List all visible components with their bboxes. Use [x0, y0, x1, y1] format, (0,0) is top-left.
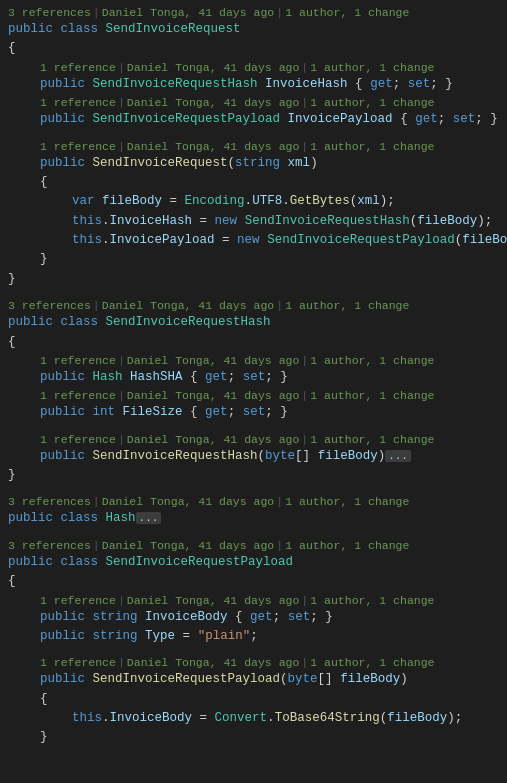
block-4-prop1-meta[interactable]: 1 reference | Daniel Tonga, 41 days ago … [0, 592, 507, 608]
block-2-ctor-meta[interactable]: 1 reference | Daniel Tonga, 41 days ago … [0, 431, 507, 447]
code-line: public SendInvoiceRequestPayload Invoice… [0, 110, 507, 129]
author-date: Daniel Tonga, 41 days ago [127, 389, 300, 402]
ref-count[interactable]: 1 reference [40, 96, 116, 109]
change-info: 1 author, 1 change [310, 594, 434, 607]
ellipsis-button[interactable]: ... [136, 512, 162, 524]
block-4-ctor-meta[interactable]: 1 reference | Daniel Tonga, 41 days ago … [0, 654, 507, 670]
change-info: 1 author, 1 change [285, 6, 409, 19]
block-1-meta[interactable]: 3 references | Daniel Tonga, 41 days ago… [0, 4, 507, 20]
code-line: this.InvoiceBody = Convert.ToBase64Strin… [0, 709, 507, 728]
block-2-meta[interactable]: 3 references | Daniel Tonga, 41 days ago… [0, 297, 507, 313]
author-date: Daniel Tonga, 41 days ago [127, 656, 300, 669]
change-info: 1 author, 1 change [310, 656, 434, 669]
code-line: public SendInvoiceRequestPayload(byte[] … [0, 670, 507, 689]
code-line: } [0, 270, 507, 289]
block-3: 3 references | Daniel Tonga, 41 days ago… [0, 493, 507, 528]
author-date: Daniel Tonga, 41 days ago [127, 594, 300, 607]
code-line: } [0, 250, 507, 269]
code-editor: 3 references | Daniel Tonga, 41 days ago… [0, 0, 507, 752]
ellipsis-button[interactable]: ... [385, 450, 411, 462]
change-info: 1 author, 1 change [310, 140, 434, 153]
change-info: 1 author, 1 change [310, 433, 434, 446]
ref-count[interactable]: 3 references [8, 6, 91, 19]
ref-count[interactable]: 1 reference [40, 389, 116, 402]
block-1-ctor-meta[interactable]: 1 reference | Daniel Tonga, 41 days ago … [0, 138, 507, 154]
code-line: } [0, 728, 507, 747]
change-info: 1 author, 1 change [310, 389, 434, 402]
author-date: Daniel Tonga, 41 days ago [127, 61, 300, 74]
ref-count[interactable]: 3 references [8, 495, 91, 508]
code-line: public class SendInvoiceRequest [0, 20, 507, 39]
code-line: public class SendInvoiceRequestPayload [0, 553, 507, 572]
author-date: Daniel Tonga, 41 days ago [102, 539, 275, 552]
author-date: Daniel Tonga, 41 days ago [127, 433, 300, 446]
code-line: { [0, 572, 507, 591]
ref-count[interactable]: 1 reference [40, 594, 116, 607]
change-info: 1 author, 1 change [285, 495, 409, 508]
block-1: 3 references | Daniel Tonga, 41 days ago… [0, 4, 507, 289]
code-line: public class SendInvoiceRequestHash [0, 313, 507, 332]
code-line: this.InvoiceHash = new SendInvoiceReques… [0, 212, 507, 231]
ref-count[interactable]: 3 references [8, 539, 91, 552]
code-line: { [0, 173, 507, 192]
code-line: public SendInvoiceRequest(string xml) [0, 154, 507, 173]
ref-count[interactable]: 1 reference [40, 61, 116, 74]
block-2-prop1-meta[interactable]: 1 reference | Daniel Tonga, 41 days ago … [0, 352, 507, 368]
block-2-prop2-meta[interactable]: 1 reference | Daniel Tonga, 41 days ago … [0, 387, 507, 403]
code-line: public Hash HashSHA { get; set; } [0, 368, 507, 387]
code-line: public SendInvoiceRequestHash InvoiceHas… [0, 75, 507, 94]
code-line: { [0, 333, 507, 352]
code-line: this.InvoicePayload = new SendInvoiceReq… [0, 231, 507, 250]
code-line: public class Hash... [0, 509, 507, 528]
ref-count[interactable]: 1 reference [40, 140, 116, 153]
code-line: { [0, 690, 507, 709]
code-line: public string Type = "plain"; [0, 627, 507, 646]
code-line: public SendInvoiceRequestHash(byte[] fil… [0, 447, 507, 466]
author-date: Daniel Tonga, 41 days ago [127, 96, 300, 109]
change-info: 1 author, 1 change [310, 96, 434, 109]
ref-count[interactable]: 3 references [8, 299, 91, 312]
ref-count[interactable]: 1 reference [40, 433, 116, 446]
ref-count[interactable]: 1 reference [40, 656, 116, 669]
block-1-prop2-meta[interactable]: 1 reference | Daniel Tonga, 41 days ago … [0, 94, 507, 110]
code-line: var fileBody = Encoding.UTF8.GetBytes(xm… [0, 192, 507, 211]
block-4-meta[interactable]: 3 references | Daniel Tonga, 41 days ago… [0, 537, 507, 553]
block-1-prop1-meta[interactable]: 1 reference | Daniel Tonga, 41 days ago … [0, 59, 507, 75]
author-date: Daniel Tonga, 41 days ago [127, 354, 300, 367]
change-info: 1 author, 1 change [285, 539, 409, 552]
code-line: public string InvoiceBody { get; set; } [0, 608, 507, 627]
block-2: 3 references | Daniel Tonga, 41 days ago… [0, 297, 507, 485]
change-info: 1 author, 1 change [310, 61, 434, 74]
author-date: Daniel Tonga, 41 days ago [127, 140, 300, 153]
block-4: 3 references | Daniel Tonga, 41 days ago… [0, 537, 507, 748]
author-date: Daniel Tonga, 41 days ago [102, 299, 275, 312]
author-date: Daniel Tonga, 41 days ago [102, 6, 275, 19]
ref-count[interactable]: 1 reference [40, 354, 116, 367]
code-line: } [0, 466, 507, 485]
code-line: public int FileSize { get; set; } [0, 403, 507, 422]
change-info: 1 author, 1 change [310, 354, 434, 367]
block-3-meta[interactable]: 3 references | Daniel Tonga, 41 days ago… [0, 493, 507, 509]
author-date: Daniel Tonga, 41 days ago [102, 495, 275, 508]
change-info: 1 author, 1 change [285, 299, 409, 312]
code-line: { [0, 39, 507, 58]
